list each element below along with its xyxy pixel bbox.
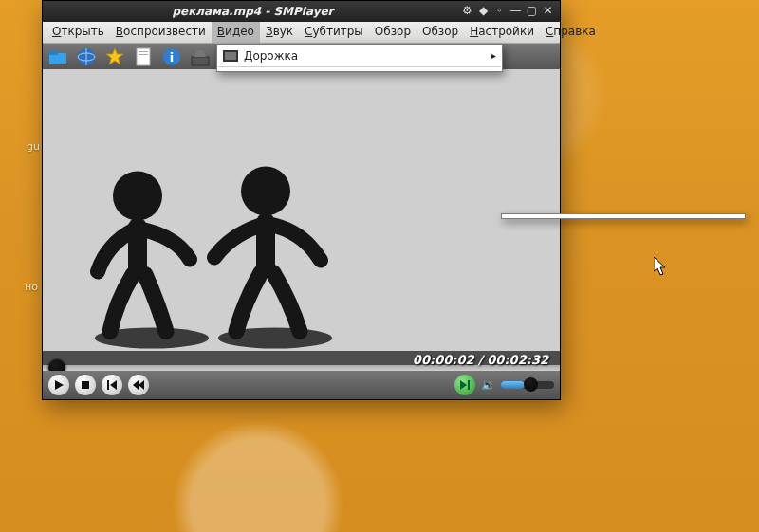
track-icon [221,48,240,64]
menu-открыть[interactable]: Открыть [46,22,110,43]
minimize-button[interactable]: — [508,4,524,19]
svg-marker-4 [106,48,123,64]
maximize-button[interactable]: ▢ [524,4,540,19]
svg-rect-7 [139,54,148,55]
close-button[interactable]: ✕ [540,4,556,19]
svg-marker-26 [133,380,139,390]
show-desktop-icon[interactable]: ◆ [475,4,491,19]
play-button[interactable] [48,375,69,395]
svg-marker-24 [110,380,117,390]
svg-rect-23 [82,381,89,389]
titlebar: реклама.mp4 - SMPlayer ⚙ ◆ ◦ — ▢ ✕ [43,1,560,22]
svg-point-20 [241,167,290,216]
svg-marker-22 [55,380,64,390]
svg-rect-25 [107,380,109,390]
prev-button[interactable] [102,375,122,395]
controls-bar: 🔉 [43,371,560,399]
submenu-arrow-icon: ▸ [491,50,496,61]
menu-звук[interactable]: Звук [260,22,299,43]
menu-обзор[interactable]: Обзор [369,22,417,43]
mute-icon[interactable]: 🔉 [481,378,495,392]
next-button[interactable] [454,375,475,395]
svg-marker-27 [139,380,144,390]
menu-обзор[interactable]: Обзор [417,22,464,43]
rotate-submenu [501,213,746,219]
svg-rect-1 [49,50,58,55]
time-display: 00:00:02 / 00:02:32 [413,353,548,367]
video-menu-item[interactable]: Дорожка▸ [217,46,502,64]
svg-rect-31 [225,52,236,60]
video-menu: Дорожка▸ [216,44,503,72]
svg-marker-28 [460,380,467,390]
svg-text:i: i [170,50,174,64]
svg-rect-29 [468,380,470,390]
info-icon[interactable]: i [160,46,183,67]
file-icon[interactable] [132,46,155,67]
favorite-icon[interactable] [103,46,126,67]
svg-rect-6 [139,51,148,52]
pin-icon[interactable]: ◦ [491,4,508,19]
rewind-button[interactable] [128,375,149,395]
svg-point-18 [113,172,162,221]
menu-субтитры[interactable]: Субтитры [299,22,369,43]
window-title: реклама.mp4 - SMPlayer [46,5,459,18]
menu-настройки[interactable]: Настройки [464,22,540,43]
svg-marker-32 [654,257,665,275]
svg-rect-10 [192,57,209,65]
menu-видео[interactable]: Видео [212,22,260,43]
menu-item-label: Дорожка [244,49,481,63]
svg-rect-5 [137,48,150,65]
menubar: ОткрытьВоспроизвестиВидеоЗвукСубтитрыОбз… [43,22,560,44]
menu-справка[interactable]: Справка [540,22,602,43]
open-file-icon[interactable] [46,46,69,67]
stop-button[interactable] [75,375,96,395]
prefs-icon[interactable] [189,46,212,67]
volume-slider[interactable] [501,381,554,389]
volume-knob[interactable] [524,377,538,392]
menu-воспроизвести[interactable]: Воспроизвести [110,22,212,43]
video-area[interactable] [43,69,560,351]
app-menu-icon[interactable]: ⚙ [459,4,475,19]
web-icon[interactable] [75,46,98,67]
